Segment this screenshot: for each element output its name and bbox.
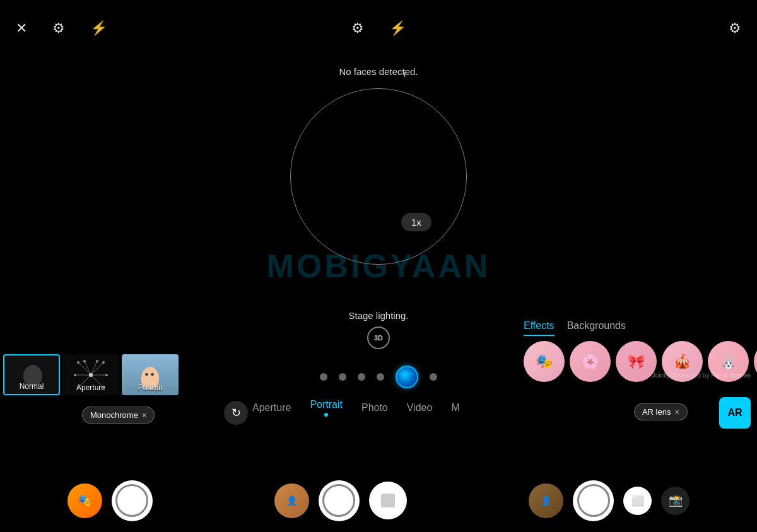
svg-point-16 <box>96 360 98 362</box>
shutter-button-3[interactable] <box>573 480 614 521</box>
3d-icon[interactable]: 3D <box>367 327 390 349</box>
tab-effects[interactable]: Effects <box>524 320 555 336</box>
dot-3[interactable] <box>358 373 365 381</box>
dot-2[interactable] <box>339 373 346 381</box>
mode-aperture[interactable]: Aperture <box>252 399 291 417</box>
top-bar-center: ⚙ ⚡ <box>257 17 501 40</box>
thumbnail-strip: Normal <box>0 354 179 395</box>
dot-globe-active[interactable] <box>396 366 418 388</box>
avatar-1[interactable]: 🎭 <box>67 483 102 518</box>
info-icon: i <box>404 68 406 79</box>
dot-6[interactable] <box>430 373 437 381</box>
svg-point-9 <box>77 361 79 364</box>
close-button[interactable]: ✕ <box>13 17 30 40</box>
settings-button-right[interactable]: ⚙ <box>725 17 744 40</box>
flash-button-center[interactable]: ⚡ <box>386 17 409 40</box>
svg-point-15 <box>83 360 86 362</box>
face-detection-text: No faces detected. <box>339 66 418 77</box>
dots-row <box>320 366 437 388</box>
thumbnail-normal[interactable]: Normal <box>3 354 60 395</box>
thumbnail-normal-label: Normal <box>20 382 44 391</box>
svg-line-8 <box>91 361 97 375</box>
top-bar: ✕ ⚙ ⚡ ⚙ ⚡ ⚙ <box>0 0 757 57</box>
effect-item-2[interactable]: 🌸 <box>570 341 611 382</box>
svg-line-7 <box>85 361 91 375</box>
monochrome-label: Monochrome <box>90 410 138 420</box>
mode-portrait[interactable]: Portrait <box>310 396 343 420</box>
svg-point-12 <box>105 374 108 376</box>
jointly-text: Jointly developed by Pitu & Huawei <box>652 372 751 379</box>
mode-more[interactable]: M <box>451 399 459 417</box>
gallery-button[interactable]: ⬜ <box>623 487 652 515</box>
svg-line-1 <box>78 362 91 375</box>
camera-modes-row: Aperture Portrait Photo Video M <box>252 396 460 420</box>
effect-item-6[interactable]: 💄 <box>754 341 757 382</box>
ar-button[interactable]: AR <box>719 397 751 429</box>
avatar-2[interactable]: 👤 <box>274 483 309 518</box>
bottom-bar: 🎭 👤 👤 ⬜ 📸 <box>0 469 757 532</box>
thumbnail-portrait-label: Portrait <box>138 383 163 392</box>
ar-lens-badge: AR lens × <box>634 403 688 420</box>
circle-viewfinder <box>290 88 467 265</box>
avatar-3[interactable]: 👤 <box>529 483 563 518</box>
shutter-button-1[interactable] <box>112 480 153 521</box>
dot-4[interactable] <box>377 373 384 381</box>
flash-button-left[interactable]: ⚡ <box>87 17 110 40</box>
effect-item-3[interactable]: 🎀 <box>616 341 657 382</box>
instagram-button[interactable]: 📸 <box>661 487 690 515</box>
top-bar-right: ⚙ <box>500 17 744 40</box>
shutter-button-2[interactable] <box>319 480 360 521</box>
bottom-group-1: 🎭 <box>67 480 153 521</box>
settings-button-center[interactable]: ⚙ <box>348 17 367 40</box>
stage-lighting-text: Stage lighting. <box>348 310 408 321</box>
svg-point-11 <box>74 374 76 376</box>
monochrome-badge: Monochrome × <box>82 407 155 424</box>
tab-backgrounds[interactable]: Backgrounds <box>567 320 626 336</box>
top-bar-left: ✕ ⚙ ⚡ <box>13 17 257 40</box>
svg-point-10 <box>102 361 105 364</box>
effects-panel: Effects Backgrounds 🎭 🌸 🎀 🎪 🐰 💄 Jointly … <box>517 320 757 382</box>
thumbnail-aperture-label: Aperture <box>76 383 105 392</box>
svg-line-2 <box>91 362 103 375</box>
thumbnail-aperture[interactable]: Aperture <box>62 354 119 395</box>
mode-photo[interactable]: Photo <box>361 399 388 417</box>
zoom-badge[interactable]: 1x <box>401 213 431 231</box>
monochrome-close[interactable]: × <box>142 410 147 420</box>
bottom-group-3: 👤 ⬜ 📸 <box>529 480 690 521</box>
video-shutter-button[interactable] <box>369 482 407 519</box>
bottom-group-2: 👤 <box>274 480 407 521</box>
mode-video[interactable]: Video <box>407 399 433 417</box>
settings-button-left[interactable]: ⚙ <box>49 17 68 40</box>
effects-tabs: Effects Backgrounds <box>517 320 757 341</box>
selfie-toggle-button[interactable]: ↻ <box>224 401 248 425</box>
thumbnail-portrait[interactable]: Portrait <box>122 354 179 395</box>
ar-lens-label: AR lens <box>642 407 671 417</box>
ar-lens-close[interactable]: × <box>674 407 679 417</box>
effect-item-1[interactable]: 🎭 <box>524 341 565 382</box>
dot-1[interactable] <box>320 373 327 381</box>
